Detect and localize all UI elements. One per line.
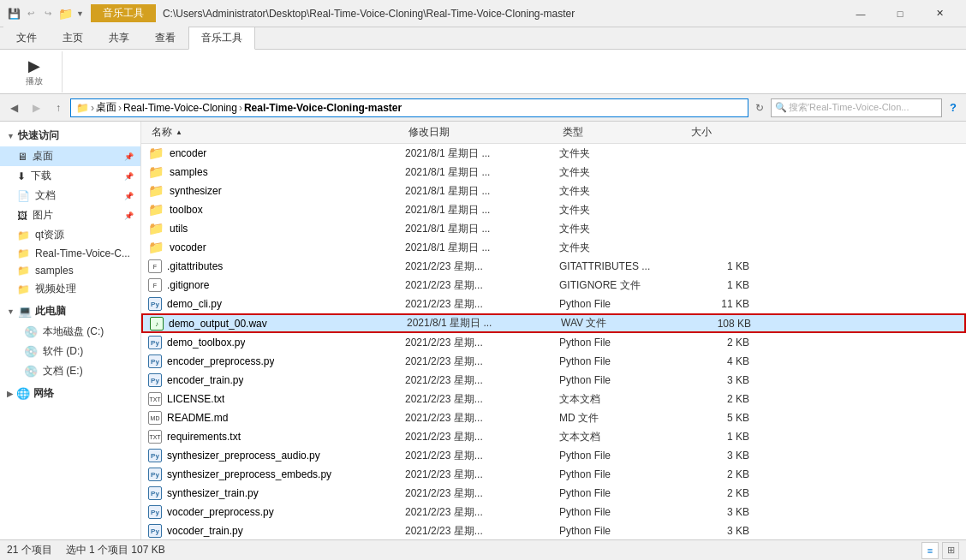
this-pc-icon: 💻 [18, 305, 32, 318]
table-row[interactable]: Py demo_toolbox.py 2021/2/23 星期... Pytho… [141, 333, 966, 352]
qt-icon: 📁 [17, 229, 30, 241]
file-name-label: synthesizer [170, 185, 222, 197]
sidebar-item-drive-e[interactable]: 💿 文档 (E:) [0, 361, 140, 381]
minimize-button[interactable]: — [841, 0, 880, 27]
back-button[interactable]: ◀ [3, 98, 24, 118]
table-row[interactable]: F .gitattributes 2021/2/23 星期... GITATTR… [141, 257, 966, 276]
tab-file[interactable]: 文件 [3, 27, 50, 49]
breadcrumb-rtvc[interactable]: Real-Time-Voice-Cloning [123, 102, 237, 114]
col-header-type[interactable]: 类型 [559, 123, 688, 141]
sidebar-item-desktop[interactable]: 🖥 桌面 📌 [0, 146, 140, 166]
file-name-cell: F .gitattributes [148, 259, 405, 273]
downloads-icon: ⬇ [17, 170, 26, 182]
sidebar-item-docs[interactable]: 📄 文档 📌 [0, 186, 140, 206]
file-name-cell: Py encoder_train.py [148, 373, 405, 387]
title-bar-icon-save[interactable]: 💾 [7, 7, 21, 21]
title-bar-icon-redo[interactable]: ↪ [41, 7, 55, 21]
file-size-cell: 2 KB [688, 487, 756, 499]
refresh-button[interactable]: ↻ [750, 98, 769, 117]
file-name-label: LICENSE.txt [167, 393, 224, 405]
file-type-cell: Python File [559, 450, 688, 462]
table-row[interactable]: Py encoder_train.py 2021/2/23 星期... Pyth… [141, 371, 966, 390]
breadcrumb-sep2: › [118, 102, 122, 114]
forward-button[interactable]: ▶ [26, 98, 46, 118]
view-tiles-button[interactable]: ⊞ [942, 542, 959, 559]
help-button[interactable]: ? [944, 98, 963, 117]
table-row[interactable]: 📁 synthesizer 2021/8/1 星期日 ... 文件夹 [141, 182, 966, 200]
col-header-name[interactable]: 名称 ▲ [148, 123, 405, 141]
table-row[interactable]: Py vocoder_preprocess.py 2021/2/23 星期...… [141, 503, 966, 521]
sidebar-item-video[interactable]: 📁 视频处理 [0, 279, 140, 299]
file-type-cell: 文件夹 [559, 241, 688, 255]
file-name-cell: TXT requirements.txt [148, 430, 405, 444]
file-name-label: synthesizer_preprocess_embeds.py [167, 468, 331, 480]
table-row[interactable]: Py vocoder_train.py 2021/2/23 星期... Pyth… [141, 521, 966, 539]
title-bar-icon-undo[interactable]: ↩ [24, 7, 38, 21]
drive-e-label: 文档 (E:) [43, 364, 83, 378]
file-name-label: utils [170, 223, 188, 235]
file-date-cell: 2021/2/23 星期... [405, 297, 559, 312]
sidebar-item-drive-d[interactable]: 💿 软件 (D:) [0, 342, 140, 361]
title-bar-dropdown[interactable]: ▼ [76, 9, 84, 18]
breadcrumb-rtvcm[interactable]: Real-Time-Voice-Cloning-master [244, 102, 402, 114]
tab-music-tools[interactable]: 音乐工具 [188, 27, 255, 50]
view-details-button[interactable]: ≡ [921, 542, 939, 559]
address-path-box[interactable]: 📁 › 桌面 › Real-Time-Voice-Cloning › Real-… [70, 98, 748, 117]
table-row[interactable]: Py synthesizer_preprocess_embeds.py 2021… [141, 465, 966, 484]
sort-arrow: ▲ [176, 128, 182, 136]
sidebar-item-downloads[interactable]: ⬇ 下载 📌 [0, 166, 140, 186]
file-name-label: requirements.txt [167, 431, 241, 443]
table-row[interactable]: 📁 utils 2021/8/1 星期日 ... 文件夹 [141, 219, 966, 238]
table-row[interactable]: 📁 vocoder 2021/8/1 星期日 ... 文件夹 [141, 238, 966, 257]
col-header-date[interactable]: 修改日期 [405, 123, 559, 141]
col-header-size[interactable]: 大小 [688, 123, 756, 141]
sidebar-item-drive-c[interactable]: 💿 本地磁盘 (C:) [0, 322, 140, 342]
file-name-cell: Py synthesizer_train.py [148, 486, 405, 500]
file-type-cell: Python File [559, 468, 688, 480]
tab-share[interactable]: 共享 [96, 27, 142, 49]
breadcrumb-pc[interactable]: 📁 [76, 102, 89, 114]
drive-e-icon: 💿 [24, 365, 38, 378]
close-button[interactable]: ✕ [920, 0, 959, 27]
file-date-cell: 2021/2/23 星期... [405, 524, 559, 539]
status-total: 21 个项目 [7, 543, 52, 557]
active-ribbon-tab-title[interactable]: 音乐工具 [91, 4, 156, 22]
file-date-cell: 2021/2/23 星期... [405, 430, 559, 444]
tab-home[interactable]: 主页 [50, 27, 96, 49]
this-pc-header[interactable]: ▼ 💻 此电脑 [0, 299, 140, 322]
title-bar-folder-icon: 📁 [58, 7, 73, 21]
desktop-label: 桌面 [33, 149, 53, 164]
table-row[interactable]: F .gitignore 2021/2/23 星期... GITIGNORE 文… [141, 276, 966, 295]
table-row[interactable]: MD README.md 2021/2/23 星期... MD 文件 5 KB [141, 408, 966, 427]
quick-access-header[interactable]: ▼ 快速访问 [0, 125, 140, 146]
breadcrumb-desktop[interactable]: 桌面 [96, 100, 116, 115]
sidebar-item-rtvc[interactable]: 📁 Real-Time-Voice-C... [0, 245, 140, 262]
ribbon-btn-play[interactable]: ▶ 播放 [17, 55, 51, 89]
sidebar-item-qt[interactable]: 📁 qt资源 [0, 225, 140, 245]
table-row[interactable]: TXT LICENSE.txt 2021/2/23 星期... 文本文档 2 K… [141, 390, 966, 408]
video-icon: 📁 [17, 283, 30, 295]
file-date-cell: 2021/2/23 星期... [405, 278, 559, 293]
table-row[interactable]: 📁 encoder 2021/8/1 星期日 ... 文件夹 [141, 144, 966, 163]
network-header[interactable]: ▶ 🌐 网络 [0, 381, 140, 404]
up-button[interactable]: ↑ [48, 98, 69, 118]
table-row[interactable]: TXT requirements.txt 2021/2/23 星期... 文本文… [141, 427, 966, 446]
file-date-cell: 2021/8/1 星期日 ... [405, 203, 559, 217]
file-name-cell: Py demo_cli.py [148, 297, 405, 311]
file-name-label: encoder [170, 147, 206, 159]
table-row[interactable]: ♪ demo_output_00.wav 2021/8/1 星期日 ... WA… [141, 313, 966, 333]
file-date-cell: 2021/2/23 星期... [405, 392, 559, 407]
table-row[interactable]: 📁 toolbox 2021/8/1 星期日 ... 文件夹 [141, 200, 966, 219]
tab-view[interactable]: 查看 [142, 27, 188, 49]
ribbon-content: ▶ 播放 [0, 50, 966, 94]
sidebar-item-samples[interactable]: 📁 samples [0, 262, 140, 279]
sidebar-item-pictures[interactable]: 🖼 图片 📌 [0, 206, 140, 225]
drive-c-icon: 💿 [24, 325, 38, 338]
table-row[interactable]: Py encoder_preprocess.py 2021/2/23 星期...… [141, 352, 966, 371]
table-row[interactable]: 📁 samples 2021/8/1 星期日 ... 文件夹 [141, 163, 966, 182]
maximize-button[interactable]: □ [880, 0, 920, 27]
table-row[interactable]: Py synthesizer_preprocess_audio.py 2021/… [141, 446, 966, 465]
table-row[interactable]: Py demo_cli.py 2021/2/23 星期... Python Fi… [141, 295, 966, 313]
table-row[interactable]: Py synthesizer_train.py 2021/2/23 星期... … [141, 484, 966, 503]
search-box[interactable]: 🔍 搜索'Real-Time-Voice-Clon... [771, 98, 942, 117]
